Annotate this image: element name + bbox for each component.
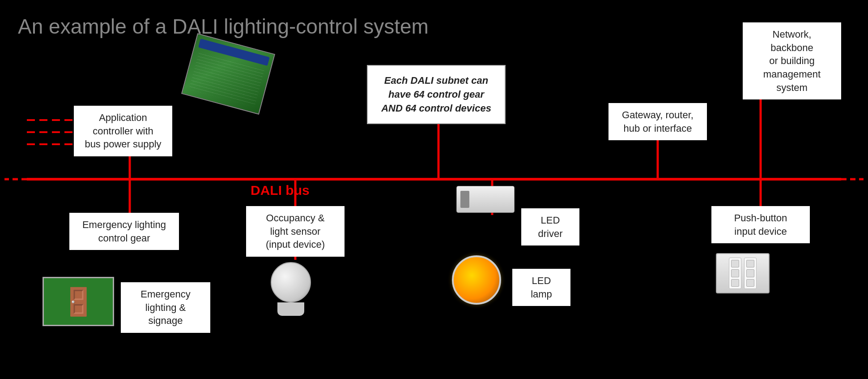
occupancy-label: Occupancy &light sensor(input device)	[246, 206, 345, 257]
dali-bus-label: DALI bus	[251, 183, 310, 198]
led-driver-image	[456, 186, 515, 213]
network-box-label: Network, backboneor buildingmanagementsy…	[743, 22, 841, 99]
app-controller-label: Applicationcontroller withbus power supp…	[74, 106, 172, 156]
led-driver-label: LEDdriver	[521, 208, 579, 245]
dali-subnet-callout: Each DALI subnet can have 64 control gea…	[367, 65, 506, 124]
sensor-base	[277, 302, 304, 316]
sensor-dome	[271, 262, 311, 302]
led-lamp-image	[452, 255, 501, 305]
controller-board-image	[181, 33, 275, 115]
gateway-label: Gateway, router,hub or interface	[608, 103, 707, 140]
page-title: An example of a DALI lighting-control sy…	[18, 14, 429, 39]
diagram-container: An example of a DALI lighting-control sy…	[0, 0, 868, 379]
exit-sign-image: 🚪	[43, 277, 114, 326]
push-button-image	[716, 253, 770, 293]
emergency-gear-label: Emergency lightingcontrol gear	[69, 213, 179, 250]
sensor-image	[268, 262, 313, 316]
emergency-signage-label: Emergencylighting &signage	[121, 282, 210, 333]
push-button-label: Push-buttoninput device	[711, 206, 810, 243]
led-lamp-label: LEDlamp	[512, 269, 570, 306]
